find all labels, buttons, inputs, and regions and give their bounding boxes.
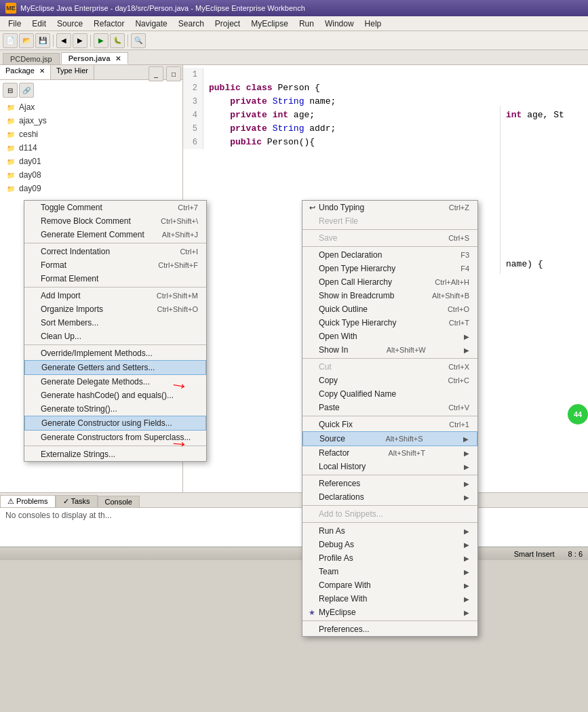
toolbar-new[interactable]: 📄 <box>3 33 18 48</box>
cm-add-snippets: Add to Snippets... <box>302 507 477 521</box>
cm-source-override-implement[interactable]: Override/Implement Methods... <box>24 347 206 360</box>
tab-pcdemo[interactable]: PCDemo.jsp <box>3 53 60 64</box>
tasks-icon: ✓ <box>63 497 69 505</box>
cm-source-externalize[interactable]: Externalize Strings... <box>24 448 206 461</box>
menu-navigate[interactable]: Navigate <box>130 18 172 30</box>
tab-tasks[interactable]: ✓ Tasks <box>56 495 98 507</box>
cm-source-gen-hashcode[interactable]: Generate hashCode() and equals()... <box>24 389 206 402</box>
sidebar-maximize[interactable]: □ <box>166 66 181 81</box>
cm-undo-typing[interactable]: ↩ Undo Typing Ctrl+Z <box>302 201 477 214</box>
tree-item-d114[interactable]: 📁 d114 <box>3 141 180 155</box>
cm-declarations[interactable]: Declarations ▶ <box>302 490 477 504</box>
cm-open-declaration[interactable]: Open Declaration F3 <box>302 248 477 262</box>
menu-run[interactable]: Run <box>294 18 319 30</box>
cm-preferences[interactable]: Preferences... <box>302 622 477 636</box>
cm-references[interactable]: References ▶ <box>302 477 477 490</box>
sidebar-tab-spacer <box>94 65 147 79</box>
cm-source-gen-getters-setters[interactable]: Generate Getters and Setters... <box>24 360 206 375</box>
cm-source-gen-constructor-fields[interactable]: Generate Constructor using Fields... <box>24 416 206 431</box>
cm-quick-type-hierarchy[interactable]: Quick Type Hierarchy Ctrl+T <box>302 316 477 330</box>
toolbar-debug[interactable]: 🐛 <box>110 33 125 48</box>
tab-pcdemo-label: PCDemo.jsp <box>10 55 52 63</box>
tree-item-day09[interactable]: 📁 day09 <box>3 182 180 195</box>
cm-main-sep3 <box>302 358 477 359</box>
sidebar-collapse[interactable]: ⊟ <box>3 83 18 98</box>
cm-show-breadcrumb[interactable]: Show in Breadcrumb Alt+Shift+B <box>302 289 477 302</box>
tab-close-icon[interactable]: ✕ <box>115 55 121 62</box>
cm-source-format[interactable]: Format Ctrl+Shift+F <box>24 258 206 272</box>
cm-show-in[interactable]: Show In Alt+Shift+W ▶ <box>302 343 477 357</box>
cm-refactor[interactable]: Refactor Alt+Shift+T ▶ <box>302 446 477 460</box>
cm-source-toggle-comment[interactable]: Toggle Comment Ctrl+7 <box>24 201 206 214</box>
cm-main-sep5 <box>302 475 477 475</box>
menu-source[interactable]: Source <box>52 18 88 30</box>
cm-quick-fix[interactable]: Quick Fix Ctrl+1 <box>302 418 477 431</box>
toolbar-back[interactable]: ◀ <box>56 33 71 48</box>
tab-console[interactable]: Console <box>98 496 140 507</box>
cm-replace-with[interactable]: Replace With ▶ <box>302 592 477 606</box>
title-text: MyEclipse Java Enterprise - day18/src/Pe… <box>20 4 305 12</box>
menu-window[interactable]: Window <box>319 18 359 30</box>
project-icon: 📁 <box>5 142 16 153</box>
cm-quick-outline[interactable]: Quick Outline Ctrl+O <box>302 302 477 316</box>
menu-myeclipse[interactable]: MyEclipse <box>246 18 294 30</box>
cm-source-gen-tostring[interactable]: Generate toString()... <box>24 402 206 416</box>
cm-source-format-element[interactable]: Format Element <box>24 272 206 285</box>
tree-item-ajax[interactable]: 📁 Ajax <box>3 100 180 114</box>
cm-source[interactable]: Source Alt+Shift+S ▶ <box>302 431 477 446</box>
tree-item-day08[interactable]: 📁 day08 <box>3 168 180 182</box>
toolbar-sep1 <box>53 35 54 47</box>
toolbar-sep2 <box>90 35 91 47</box>
menu-search[interactable]: Search <box>173 18 210 30</box>
cm-myeclipse[interactable]: ★ MyEclipse ▶ <box>302 606 477 619</box>
cm-source-add-import[interactable]: Add Import Ctrl+Shift+M <box>24 289 206 302</box>
cm-source-gen-element-comment[interactable]: Generate Element Comment Alt+Shift+J <box>24 228 206 241</box>
menu-help[interactable]: Help <box>359 18 387 30</box>
cm-open-with[interactable]: Open With ▶ <box>302 330 477 343</box>
cm-copy[interactable]: Copy Ctrl+C <box>302 374 477 387</box>
menu-refactor[interactable]: Refactor <box>88 18 130 30</box>
toolbar-open[interactable]: 📂 <box>19 33 34 48</box>
sidebar-tab-typehier[interactable]: Type Hier <box>51 65 94 79</box>
cm-local-history[interactable]: Local History ▶ <box>302 460 477 473</box>
cm-source-organize-imports[interactable]: Organize Imports Ctrl+Shift+O <box>24 302 206 316</box>
tab-person[interactable]: Person.java ✕ <box>61 52 128 64</box>
cm-main-sep6 <box>302 505 477 506</box>
sidebar-tab-package[interactable]: Package ✕ <box>0 65 51 79</box>
cm-source-correct-indent[interactable]: Correct Indentation Ctrl+I <box>24 245 206 258</box>
cm-team[interactable]: Team ▶ <box>302 565 477 578</box>
cm-source-gen-delegate[interactable]: Generate Delegate Methods... <box>24 375 206 389</box>
cm-source-remove-block-comment[interactable]: Remove Block Comment Ctrl+Shift+\ <box>24 214 206 228</box>
green-badge: 44 <box>568 404 588 424</box>
code-line-2: 2 public class Person { <box>183 81 588 95</box>
tab-problems[interactable]: ⚠ Problems <box>0 495 56 507</box>
menu-file[interactable]: File <box>3 18 26 30</box>
tree-item-day01[interactable]: 📁 day01 <box>3 155 180 168</box>
cm-run-as[interactable]: Run As ▶ <box>302 524 477 538</box>
context-menu-source: Toggle Comment Ctrl+7 Remove Block Comme… <box>24 200 207 462</box>
tree-item-ceshi[interactable]: 📁 ceshi <box>3 127 180 141</box>
cm-source-gen-constructors-super[interactable]: Generate Constructors from Superclass... <box>24 431 206 444</box>
context-menu-main: ↩ Undo Typing Ctrl+Z Revert File Save Ct… <box>302 200 478 637</box>
cm-open-call-hierarchy[interactable]: Open Call Hierarchy Ctrl+Alt+H <box>302 275 477 289</box>
cm-paste[interactable]: Paste Ctrl+V <box>302 401 477 414</box>
sidebar-tab-close[interactable]: ✕ <box>39 67 45 75</box>
cm-open-type-hierarchy[interactable]: Open Type Hierarchy F4 <box>302 262 477 275</box>
cm-copy-qualified[interactable]: Copy Qualified Name <box>302 387 477 401</box>
menu-edit[interactable]: Edit <box>26 18 52 30</box>
cm-compare-with[interactable]: Compare With ▶ <box>302 578 477 592</box>
toolbar-save[interactable]: 💾 <box>35 33 50 48</box>
toolbar-search[interactable]: 🔍 <box>131 33 146 48</box>
sidebar-link[interactable]: 🔗 <box>19 83 34 98</box>
bottom-tab-bar: ⚠ Problems ✓ Tasks Console <box>0 493 588 508</box>
menu-project[interactable]: Project <box>210 18 246 30</box>
tree-item-ajaxys[interactable]: 📁 ajax_ys <box>3 114 180 127</box>
myeclipse-icon: ★ <box>307 607 317 618</box>
cm-source-clean-up[interactable]: Clean Up... <box>24 330 206 343</box>
toolbar-forward[interactable]: ▶ <box>73 33 87 48</box>
cm-profile-as[interactable]: Profile As ▶ <box>302 551 477 565</box>
toolbar-run[interactable]: ▶ <box>94 33 109 48</box>
sidebar-minimize[interactable]: _ <box>149 66 163 81</box>
cm-debug-as[interactable]: Debug As ▶ <box>302 538 477 551</box>
cm-source-sort-members[interactable]: Sort Members... <box>24 316 206 330</box>
